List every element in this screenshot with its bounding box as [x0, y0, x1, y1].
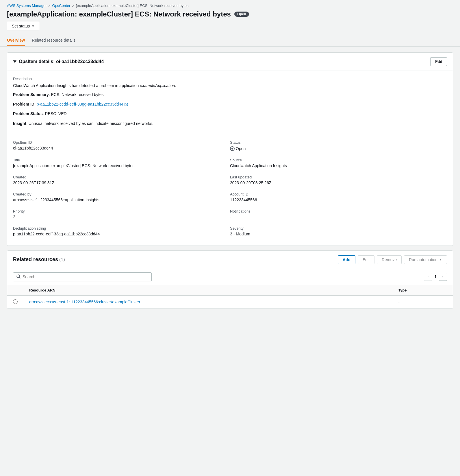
detail-account-id: Account ID 112233445566: [230, 189, 447, 206]
search-input[interactable]: [23, 274, 149, 279]
table-header-select: [7, 285, 23, 296]
detail-source: Source Cloudwatch Application Insights: [230, 154, 447, 171]
breadcrumb-aws-systems-manager[interactable]: AWS Systems Manager: [7, 3, 47, 8]
problem-status-label: Problem Status: [13, 111, 43, 116]
related-resources-table: Resource ARN Type arn:aws:ecs:us-east-1:…: [7, 285, 453, 309]
detail-value-deduplication-string: p-aa11bb22-ccdd-eeff-33gg-aa11bb22cc33dd…: [13, 232, 230, 236]
detail-label-last-updated: Last updated: [230, 175, 447, 179]
detail-last-updated: Last updated 2023-09-29T08:25:26Z: [230, 171, 447, 189]
detail-deduplication-string: Deduplication string p-aa11bb22-ccdd-eef…: [13, 223, 230, 240]
description-label: Description: [13, 77, 447, 81]
problem-summary-value: ECS: Network received bytes: [51, 92, 104, 97]
search-box[interactable]: [13, 272, 152, 281]
description-text-start: CloudWatch Application Insights has dete…: [13, 83, 140, 88]
detail-label-severity: Severity: [230, 226, 447, 230]
detail-label-notifications: Notifications: [230, 209, 447, 213]
detail-label-deduplication-string: Deduplication string: [13, 226, 230, 230]
table-header-resource-arn: Resource ARN: [23, 285, 392, 296]
table-row: arn:aws:ecs:us-east-1: 112233445566:clus…: [7, 296, 453, 309]
problem-status-row: Problem Status: RESOLVED: [13, 110, 447, 117]
table-header: Resource ARN Type: [7, 285, 453, 296]
details-grid: OpsItem ID oi-aa11bb22cc33dd44 Status Op…: [13, 137, 447, 240]
tab-overview[interactable]: Overview: [7, 35, 25, 46]
pagination-next-button[interactable]: ›: [439, 273, 447, 281]
detail-status: Status Open: [230, 137, 447, 154]
svg-line-1: [19, 277, 20, 278]
detail-value-severity: 3 - Medium: [230, 232, 447, 236]
detail-label-status: Status: [230, 140, 447, 145]
divider: [13, 132, 447, 132]
table-row-radio[interactable]: [13, 299, 18, 304]
problem-id-value: p-aa11bb22-ccdd-eeff-33gg-aa11bb22cc33dd…: [37, 101, 123, 108]
resource-arn-link[interactable]: arn:aws:ecs:us-east-1: 112233445566:clus…: [29, 300, 140, 304]
description-app: exampleApplication: [140, 83, 175, 88]
set-status-caret-icon: ▼: [31, 25, 34, 28]
detail-value-last-updated: 2023-09-29T08:25:26Z: [230, 180, 447, 185]
description-text: CloudWatch Application Insights has dete…: [13, 83, 447, 89]
detail-label-source: Source: [230, 158, 447, 162]
related-resources-table-container: Resource ARN Type arn:aws:ecs:us-east-1:…: [7, 285, 453, 309]
insight-label: Insight: [13, 121, 26, 126]
table-cell-type: -: [392, 296, 453, 309]
detail-label-priority: Priority: [13, 209, 230, 213]
detail-created: Created 2023-09-26T17:39:31Z: [13, 171, 230, 189]
related-resources-count: (1): [59, 257, 65, 262]
remove-button[interactable]: Remove: [377, 255, 402, 264]
page-header: [exampleApplication: exampleCluster] ECS…: [0, 10, 460, 35]
edit-button[interactable]: Edit: [430, 57, 447, 66]
problem-id-label: Problem ID: [13, 102, 34, 106]
edit-related-button[interactable]: Edit: [358, 255, 374, 264]
breadcrumb-current: [exampleApplication: exampleCluster] ECS…: [76, 3, 188, 8]
detail-value-title: [exampleApplication: exampleCluster] ECS…: [13, 163, 230, 168]
related-resources-header: Related resources (1) Add Edit Remove Ru…: [7, 251, 453, 269]
insight-row: Insight: Unusual network received bytes …: [13, 120, 447, 127]
detail-priority: Priority 2: [13, 206, 230, 223]
problem-id-link[interactable]: p-aa11bb22-ccdd-eeff-33gg-aa11bb22cc33dd…: [37, 101, 128, 108]
card-title-text: OpsItem details: oi-aa11bb22cc33dd44: [19, 59, 104, 64]
search-icon: [16, 274, 21, 280]
set-status-button[interactable]: Set status ▼: [7, 22, 39, 30]
chevron-left-icon: ‹: [427, 275, 429, 279]
set-status-label: Set status: [12, 24, 30, 28]
related-resources-title: Related resources: [13, 257, 58, 262]
card-header: OpsItem details: oi-aa11bb22cc33dd44 Edi…: [7, 53, 453, 71]
related-resources-actions: Add Edit Remove Run automation ▼: [338, 255, 447, 264]
related-resources-card: Related resources (1) Add Edit Remove Ru…: [7, 250, 453, 309]
breadcrumb-sep-2: >: [72, 4, 74, 8]
table-cell-resource-arn: arn:aws:ecs:us-east-1: 112233445566:clus…: [23, 296, 392, 309]
status-badge: Open: [234, 12, 249, 17]
detail-value-source: Cloudwatch Application Insights: [230, 163, 447, 168]
problem-status-value: RESOLVED: [45, 111, 66, 116]
problem-summary-row: Problem Summary: ECS: Network received b…: [13, 91, 447, 98]
detail-title: Title [exampleApplication: exampleCluste…: [13, 154, 230, 171]
add-button[interactable]: Add: [338, 255, 355, 264]
detail-label-created-by: Created by: [13, 192, 230, 196]
pagination-prev-button[interactable]: ‹: [424, 273, 432, 281]
detail-notifications: Notifications -: [230, 206, 447, 223]
table-header-type: Type: [392, 285, 453, 296]
insight-value: Unusual network received bytes can indic…: [29, 121, 153, 126]
collapse-icon[interactable]: [13, 60, 16, 63]
tab-related-resource-details[interactable]: Related resource details: [32, 35, 75, 46]
detail-value-status: Open: [230, 146, 246, 151]
detail-label-title: Title: [13, 158, 230, 162]
detail-value-priority: 2: [13, 215, 230, 219]
detail-opsitem-id: OpsItem ID oi-aa11bb22cc33dd44: [13, 137, 230, 154]
external-link-icon: [125, 103, 128, 106]
breadcrumb: AWS Systems Manager > OpsCenter > [examp…: [0, 0, 460, 10]
status-circle-icon: [230, 146, 235, 151]
detail-severity: Severity 3 - Medium: [230, 223, 447, 240]
detail-value-created: 2023-09-26T17:39:31Z: [13, 180, 230, 185]
related-resources-title-row: Related resources (1): [13, 257, 65, 263]
main-content: OpsItem details: oi-aa11bb22cc33dd44 Edi…: [0, 47, 460, 315]
detail-value-created-by: arn:aws:sts::112233445566::application-i…: [13, 198, 230, 202]
card-body: Description CloudWatch Application Insig…: [7, 71, 453, 246]
table-row-select[interactable]: [7, 296, 23, 309]
detail-label-created: Created: [13, 175, 230, 179]
run-automation-button[interactable]: Run automation ▼: [404, 255, 447, 264]
opsitem-details-card: OpsItem details: oi-aa11bb22cc33dd44 Edi…: [7, 52, 453, 246]
pagination-current: 1: [434, 274, 437, 279]
run-automation-label: Run automation: [409, 257, 437, 262]
breadcrumb-opscenter[interactable]: OpsCenter: [52, 3, 71, 8]
detail-value-notifications: -: [230, 215, 447, 219]
